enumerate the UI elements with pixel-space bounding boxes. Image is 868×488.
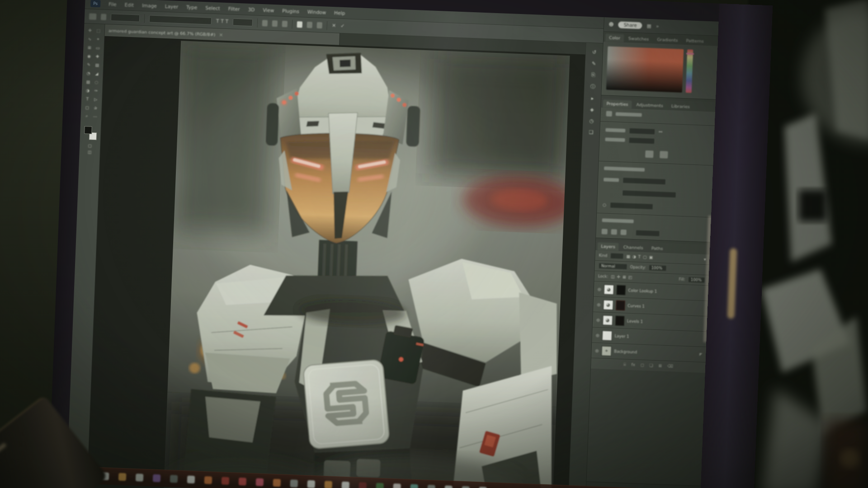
- layers-footer-icon[interactable]: ❏: [649, 363, 653, 368]
- adjustment-thumbnail[interactable]: ◕: [603, 315, 613, 325]
- taskbar-app-icon[interactable]: [239, 478, 247, 486]
- grid-icon[interactable]: [611, 229, 617, 235]
- tab-patterns[interactable]: Patterns: [682, 37, 708, 46]
- filter-kind-icon[interactable]: ◑: [632, 254, 636, 259]
- photoshop-app-icon[interactable]: Ps: [90, 0, 101, 7]
- history-brush-tool[interactable]: ◔: [85, 69, 92, 77]
- actions-icon[interactable]: ▸: [591, 95, 594, 101]
- ruler-icon[interactable]: [601, 229, 607, 234]
- taskbar-app-icon[interactable]: [204, 476, 212, 484]
- filter-kind-icon[interactable]: ▢: [643, 255, 647, 259]
- notes-icon[interactable]: ❏: [589, 129, 593, 135]
- blur-tool[interactable]: ◌: [93, 78, 100, 86]
- layers-footer-icon[interactable]: ⌸: [623, 362, 626, 367]
- menu-item-3d[interactable]: 3D: [248, 6, 255, 12]
- path-select-tool[interactable]: ▷: [92, 95, 99, 103]
- tab-properties[interactable]: Properties: [603, 99, 632, 108]
- move-tool[interactable]: ✛: [86, 26, 94, 34]
- guides-icon[interactable]: [620, 230, 626, 235]
- taskbar-app-icon[interactable]: [222, 477, 230, 485]
- visibility-eye-icon[interactable]: ◎: [596, 333, 599, 337]
- tab-adjustments[interactable]: Adjustments: [632, 101, 667, 110]
- filter-kind-icon[interactable]: T: [638, 254, 641, 259]
- lock-icon[interactable]: ✛: [617, 275, 620, 279]
- taskbar-app-icon[interactable]: [376, 483, 384, 488]
- flip-horizontal-button[interactable]: [645, 150, 654, 158]
- text-color-swatch[interactable]: [297, 21, 303, 28]
- tab-color[interactable]: Color: [605, 33, 624, 42]
- taskbar-app-icon[interactable]: [136, 474, 144, 482]
- cancel-icon[interactable]: ✕: [332, 23, 336, 28]
- height-field[interactable]: [628, 137, 655, 144]
- menu-item-select[interactable]: Select: [205, 5, 220, 11]
- history-icon[interactable]: ↺: [592, 49, 597, 55]
- taskbar-app-icon[interactable]: [170, 475, 178, 483]
- visibility-eye-icon[interactable]: ◎: [596, 317, 600, 322]
- clone-stamp-tool[interactable]: ▨: [93, 61, 101, 69]
- filter-kind-icon[interactable]: ▣: [649, 255, 653, 259]
- pen-tool[interactable]: ✑: [92, 87, 100, 95]
- navigator-icon[interactable]: ◈: [590, 107, 594, 113]
- background-thumbnail[interactable]: ✦: [601, 346, 612, 356]
- lock-icon[interactable]: ◫: [611, 274, 615, 279]
- user-avatar-icon[interactable]: ☻: [609, 21, 614, 27]
- taskbar-app-icon[interactable]: [307, 480, 315, 488]
- eraser-tool[interactable]: ◢: [93, 70, 100, 78]
- resolution-field[interactable]: [622, 190, 676, 198]
- taskbar-app-icon[interactable]: [444, 485, 453, 488]
- menu-item-layer[interactable]: Layer: [165, 3, 179, 9]
- warp-text-icon[interactable]: [307, 21, 313, 28]
- color-swatches[interactable]: [83, 126, 97, 140]
- taskbar-app-icon[interactable]: [324, 481, 332, 488]
- commit-icon[interactable]: ✓: [340, 23, 345, 29]
- link-dimensions-icon[interactable]: ⚯: [659, 130, 662, 134]
- menu-item-file[interactable]: File: [108, 1, 117, 7]
- canvas-area[interactable]: [87, 36, 585, 488]
- layers-footer-icon[interactable]: ◻: [641, 363, 644, 368]
- layer-mask-thumbnail[interactable]: [616, 285, 626, 295]
- dodge-tool[interactable]: ◑: [84, 86, 92, 94]
- tab-swatches[interactable]: Swatches: [625, 34, 653, 43]
- adjustment-thumbnail[interactable]: ◕: [603, 300, 613, 310]
- align-center-icon[interactable]: [272, 20, 278, 26]
- flip-vertical-button[interactable]: [660, 151, 668, 159]
- toggle-icon[interactable]: [101, 14, 107, 20]
- frame-tool[interactable]: ▭: [94, 44, 102, 52]
- collapse-panels-icon[interactable]: »: [656, 23, 659, 29]
- shape-tool[interactable]: ▢: [83, 103, 91, 112]
- close-icon[interactable]: ×: [219, 32, 223, 38]
- kind-dropdown[interactable]: [610, 253, 624, 259]
- tool-preset-icon[interactable]: [89, 13, 97, 20]
- workspace-icon[interactable]: ▦: [646, 23, 651, 29]
- tab-channels[interactable]: Channels: [620, 243, 647, 252]
- menu-item-view[interactable]: View: [263, 7, 274, 13]
- menu-item-help[interactable]: Help: [334, 10, 345, 16]
- layers-footer-icon[interactable]: ⊞: [658, 363, 662, 368]
- width-field[interactable]: [629, 127, 655, 135]
- tab-libraries[interactable]: Libraries: [668, 102, 694, 111]
- menu-item-filter[interactable]: Filter: [228, 6, 240, 12]
- lock-icon[interactable]: ⊞: [623, 275, 626, 279]
- info-icon[interactable]: ⓘ: [590, 83, 596, 90]
- foreground-color-swatch[interactable]: [84, 126, 92, 134]
- timeline-icon[interactable]: ◷: [590, 118, 594, 124]
- saturation-brightness-picker[interactable]: [606, 46, 684, 92]
- opacity-field[interactable]: 100%: [648, 264, 667, 272]
- taskbar-app-icon[interactable]: [273, 479, 281, 487]
- layer-mask-thumbnail[interactable]: [616, 300, 625, 310]
- gradient-tool[interactable]: ▧: [84, 78, 92, 86]
- menu-item-edit[interactable]: Edit: [125, 2, 134, 8]
- font-size-field[interactable]: [233, 18, 253, 26]
- brush-settings-icon[interactable]: ✎: [592, 61, 596, 66]
- taskbar-app-icon[interactable]: [118, 473, 127, 481]
- share-button[interactable]: Share: [618, 21, 642, 29]
- taskbar-app-icon[interactable]: [256, 478, 264, 486]
- object-selection-tool[interactable]: ⌖: [94, 35, 102, 43]
- visibility-eye-icon[interactable]: ◎: [597, 302, 600, 306]
- layer-mask-thumbnail[interactable]: [615, 315, 625, 326]
- panel-toggle-icon[interactable]: [317, 22, 323, 28]
- menu-item-plugins[interactable]: Plugins: [282, 8, 299, 14]
- quick-action-field[interactable]: [635, 230, 660, 237]
- fill-field[interactable]: 100%: [688, 277, 706, 283]
- lasso-tool[interactable]: ∿: [86, 35, 94, 43]
